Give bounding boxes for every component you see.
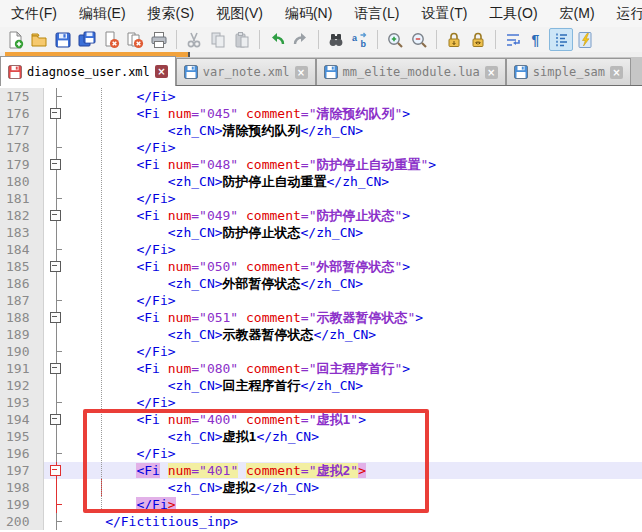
- code-line-180[interactable]: 180 <zh_CN>防护停止自动重置</zh_CN>: [0, 173, 642, 190]
- menu-language[interactable]: 语言(L): [343, 5, 410, 23]
- code-line-187[interactable]: 187 </Fi>: [0, 292, 642, 309]
- code-line-175[interactable]: 175 </Fi>: [0, 88, 642, 105]
- tab-var-note-xml[interactable]: var_note.xml×: [176, 58, 316, 85]
- menu-encoding[interactable]: 编码(N): [274, 5, 343, 23]
- code-line-196[interactable]: 196 </Fi>: [0, 445, 642, 462]
- code-line-176[interactable]: 176 <Fi num="045" comment="清除预约队列">: [0, 105, 642, 122]
- fold-marker[interactable]: [44, 360, 66, 377]
- open-folder-icon[interactable]: [27, 28, 51, 51]
- menu-search[interactable]: 搜索(S): [137, 5, 206, 23]
- toolbar-separator: [495, 30, 496, 49]
- code-line-190[interactable]: 190 </Fi>: [0, 343, 642, 360]
- show-all-chars-icon[interactable]: ¶: [525, 28, 549, 51]
- code-line-179[interactable]: 179 <Fi num="048" comment="防护停止自动重置">: [0, 156, 642, 173]
- code-line-194[interactable]: 194 <Fi num="400" comment="虚拟1">: [0, 411, 642, 428]
- editor[interactable]: 175 </Fi>176 <Fi num="045" comment="清除预约…: [0, 86, 642, 532]
- fold-collapse-icon[interactable]: [50, 465, 61, 476]
- code-line-200[interactable]: 200 </Fictitious_inp>: [0, 513, 642, 530]
- fold-collapse-icon[interactable]: [50, 210, 61, 221]
- tab-close-icon[interactable]: ×: [485, 66, 498, 79]
- tab-close-icon[interactable]: ×: [155, 65, 168, 78]
- code-token: =": [301, 259, 317, 274]
- code-text: <Fi num="049" comment="防护停止状态">: [66, 207, 642, 224]
- copy-icon[interactable]: [206, 28, 230, 51]
- save-all-icon[interactable]: [75, 28, 99, 51]
- new-file-icon[interactable]: [3, 28, 27, 51]
- code-line-178[interactable]: 178 </Fi>: [0, 139, 642, 156]
- menu-file[interactable]: 文件(F): [0, 5, 68, 23]
- menu-macro[interactable]: 宏(M): [549, 5, 606, 23]
- code-line-192[interactable]: 192 <zh_CN>回主程序首行</zh_CN>: [0, 377, 642, 394]
- tab-diagnose-user-xml[interactable]: diagnose_user.xml×: [0, 56, 176, 86]
- close-all-icon[interactable]: [123, 28, 147, 51]
- fold-marker[interactable]: [44, 309, 66, 326]
- code-token: [238, 412, 246, 427]
- sync-horizontal-scroll-icon[interactable]: [466, 28, 490, 51]
- code-token: 示教器暂停状态: [223, 327, 314, 342]
- code-line-183[interactable]: 183 <zh_CN>防护停止状态</zh_CN>: [0, 224, 642, 241]
- code-area[interactable]: 175 </Fi>176 <Fi num="045" comment="清除预约…: [0, 86, 642, 530]
- paste-icon[interactable]: [230, 28, 254, 51]
- code-token: <zh_CN>: [66, 327, 223, 342]
- fold-collapse-icon[interactable]: [50, 108, 61, 119]
- menu-edit[interactable]: 编辑(E): [68, 5, 137, 23]
- close-file-icon[interactable]: [99, 28, 123, 51]
- line-number: 192: [0, 377, 44, 394]
- tab-simple-sam[interactable]: simple_sam×: [506, 58, 631, 85]
- redo-icon[interactable]: [289, 28, 313, 51]
- menu-run[interactable]: 运行(R): [606, 5, 642, 23]
- code-line-198[interactable]: 198 <zh_CN>虚拟2</zh_CN>: [0, 479, 642, 496]
- fold-marker[interactable]: [44, 258, 66, 275]
- undo-icon[interactable]: [265, 28, 289, 51]
- fold-marker[interactable]: [44, 462, 66, 479]
- code-token: </Fi>: [66, 293, 176, 308]
- macro-lightning-icon[interactable]: [573, 28, 597, 51]
- menu-view[interactable]: 视图(V): [205, 5, 274, 23]
- tab-close-icon[interactable]: ×: [610, 66, 623, 79]
- code-line-177[interactable]: 177 <zh_CN>清除预约队列</zh_CN>: [0, 122, 642, 139]
- code-line-186[interactable]: 186 <zh_CN>外部暂停状态</zh_CN>: [0, 275, 642, 292]
- code-line-193[interactable]: 193 </Fi>: [0, 394, 642, 411]
- code-line-195[interactable]: 195 <zh_CN>虚拟1</zh_CN>: [0, 428, 642, 445]
- replace-icon[interactable]: ab: [348, 28, 372, 51]
- menu-tools[interactable]: 工具(O): [478, 5, 548, 23]
- code-token: comment: [246, 106, 301, 121]
- fold-marker[interactable]: [44, 207, 66, 224]
- fold-collapse-icon[interactable]: [50, 261, 61, 272]
- fold-marker[interactable]: [44, 156, 66, 173]
- fold-guide: [44, 173, 66, 190]
- fold-marker[interactable]: [44, 105, 66, 122]
- code-line-189[interactable]: 189 <zh_CN>示教器暂停状态</zh_CN>: [0, 326, 642, 343]
- code-token: 清除预约队列: [223, 123, 301, 138]
- code-line-197[interactable]: 197 <Fi num="401" comment="虚拟2">: [0, 462, 642, 479]
- code-line-191[interactable]: 191 <Fi num="080" comment="回主程序首行">: [0, 360, 642, 377]
- zoom-out-icon[interactable]: [407, 28, 431, 51]
- code-line-184[interactable]: 184 </Fi>: [0, 241, 642, 258]
- cut-icon[interactable]: [182, 28, 206, 51]
- code-token: >: [402, 208, 410, 223]
- find-icon[interactable]: [324, 28, 348, 51]
- save-icon[interactable]: [51, 28, 75, 51]
- tab-close-icon[interactable]: ×: [295, 66, 308, 79]
- fold-collapse-icon[interactable]: [50, 363, 61, 374]
- fold-collapse-icon[interactable]: [50, 414, 61, 425]
- code-token: 虚拟1: [223, 429, 257, 444]
- word-wrap-icon[interactable]: [501, 28, 525, 51]
- code-line-185[interactable]: 185 <Fi num="050" comment="外部暂停状态">: [0, 258, 642, 275]
- code-line-188[interactable]: 188 <Fi num="051" comment="示教器暂停状态">: [0, 309, 642, 326]
- menu-settings[interactable]: 设置(T): [410, 5, 478, 23]
- print-icon[interactable]: [147, 28, 171, 51]
- code-line-199[interactable]: 199 </Fi>: [0, 496, 642, 513]
- code-token: ="051": [191, 310, 238, 325]
- fold-marker[interactable]: [44, 411, 66, 428]
- tab-mm-elite-module-lua[interactable]: mm_elite_module.lua×: [316, 58, 506, 85]
- fold-collapse-icon[interactable]: [50, 312, 61, 323]
- fold-collapse-icon[interactable]: [50, 159, 61, 170]
- code-token: <zh_CN>: [66, 123, 223, 138]
- zoom-in-icon[interactable]: [383, 28, 407, 51]
- code-line-181[interactable]: 181 </Fi>: [0, 190, 642, 207]
- sync-vertical-scroll-icon[interactable]: [442, 28, 466, 51]
- code-line-182[interactable]: 182 <Fi num="049" comment="防护停止状态">: [0, 207, 642, 224]
- code-token: 外部暂停状态: [316, 259, 394, 274]
- show-indent-guide-icon[interactable]: [549, 28, 573, 51]
